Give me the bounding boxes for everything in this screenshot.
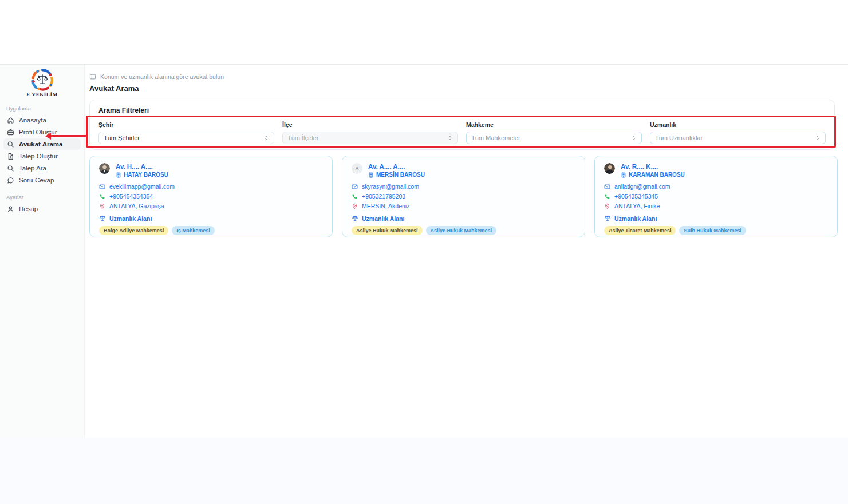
select-value: Tüm Şehirler	[104, 134, 140, 141]
contact-list: evekilimapp@gmail.com +905454354354 ANTA…	[99, 183, 323, 209]
avatar	[99, 163, 110, 174]
location-text: ANTALYA, Gazipaşa	[109, 203, 164, 209]
phone-row[interactable]: +905321795203	[352, 193, 575, 200]
sidebar-item-avukat-arama[interactable]: Avukat Arama	[3, 138, 81, 150]
contact-list: anilatlgn@gmail.com +905435345345 ANTALY…	[604, 183, 828, 209]
filter-title: Arama Filtreleri	[98, 106, 826, 114]
sidebar-section-ayarlar: Ayarlar	[6, 194, 84, 200]
mail-icon	[99, 184, 105, 190]
scales-icon	[604, 215, 611, 222]
logo-text: E VEKİLİM	[26, 92, 58, 97]
card-header: A Av. A.... A.... MERSİN BAROSU	[352, 163, 575, 178]
filter-field-ilce: İlçe Tüm İlçeler	[282, 121, 458, 144]
pin-icon	[604, 203, 610, 209]
phone-row[interactable]: +905435345345	[604, 193, 828, 200]
specialty-tag: Sulh Hukuk Mahkemesi	[679, 226, 746, 235]
lawyer-bar-label: KARAMAN BAROSU	[629, 172, 685, 178]
email-row[interactable]: anilatlgn@gmail.com	[604, 183, 828, 190]
specialty-title: Uzmanlık Alanı	[109, 215, 152, 222]
phone-row[interactable]: +905454354354	[99, 193, 323, 200]
uzmanlik-select[interactable]: Tüm Uzmanlıklar	[650, 132, 826, 144]
location-row[interactable]: MERSİN, Akdeniz	[352, 203, 575, 209]
phone-text: +905454354354	[109, 193, 153, 200]
field-label: İlçe	[282, 121, 458, 128]
email-row[interactable]: evekilimapp@gmail.com	[99, 183, 323, 190]
sidebar-item-hesap[interactable]: Hesap	[3, 203, 81, 215]
email-row[interactable]: skyrasyn@gmail.com	[352, 183, 575, 190]
lawyer-name: Av. A.... A....	[368, 163, 425, 170]
lawyer-bar: HATAY BAROSU	[116, 172, 168, 178]
sidebar-item-soru-cevap[interactable]: Soru-Cevap	[3, 174, 81, 186]
field-label: Mahkeme	[466, 121, 642, 128]
specialty-title: Uzmanlık Alanı	[362, 215, 404, 222]
specialty-header: Uzmanlık Alanı	[604, 215, 828, 222]
filter-grid: Şehir Tüm Şehirler İlçe Tüm İlçeler	[98, 121, 826, 144]
building-icon	[621, 172, 626, 178]
filter-card: Arama Filtreleri Şehir Tüm Şehirler İlçe…	[89, 100, 835, 150]
location-text: ANTALYA, Finike	[614, 203, 660, 209]
phone-text: +905435345345	[614, 193, 658, 200]
specialty-tags: Asliye Hukuk Mahkemesi Asliye Hukuk Mahk…	[352, 226, 575, 235]
lawyer-name: Av. R.... K....	[621, 163, 685, 170]
pin-icon	[352, 203, 358, 209]
email-text: evekilimapp@gmail.com	[109, 183, 175, 190]
document-icon	[7, 153, 14, 160]
spinner-icon	[447, 135, 453, 141]
building-icon	[368, 172, 374, 178]
ilce-select[interactable]: Tüm İlçeler	[282, 132, 458, 144]
location-row[interactable]: ANTALYA, Finike	[604, 203, 828, 209]
contact-list: skyrasyn@gmail.com +905321795203 MERSİN,…	[352, 183, 575, 209]
scales-icon	[352, 215, 358, 222]
chat-icon	[7, 177, 14, 184]
search-icon	[7, 165, 14, 172]
lawyer-card[interactable]: A Av. A.... A.... MERSİN BAROSU	[342, 156, 585, 237]
filter-field-uzmanlik: Uzmanlık Tüm Uzmanlıklar	[650, 121, 826, 144]
spinner-icon	[631, 135, 637, 141]
sehir-select[interactable]: Tüm Şehirler	[98, 132, 274, 144]
mahkeme-select[interactable]: Tüm Mahkemeler	[466, 132, 642, 144]
page-subtitle-row: Konum ve uzmanlık alanına göre avukat bu…	[89, 73, 848, 80]
sidebar-section-uygulama: Uygulama	[6, 105, 84, 112]
lawyer-card[interactable]: Av. H.... A.... HATAY BAROSU	[89, 156, 333, 237]
select-value: Tüm İlçeler	[287, 134, 318, 141]
lawyer-bar-label: MERSİN BAROSU	[376, 172, 425, 178]
sidebar-item-label: Avukat Arama	[19, 141, 63, 148]
specialty-tag: Asliye Hukuk Mahkemesi	[352, 226, 423, 235]
sidebar-item-talep-ara[interactable]: Talep Ara	[3, 162, 81, 174]
user-icon	[7, 205, 14, 213]
location-text: MERSİN, Akdeniz	[362, 203, 409, 209]
lawyer-card[interactable]: Av. R.... K.... KARAMAN BAROSU	[594, 156, 838, 237]
sidebar-item-anasayfa[interactable]: Anasayfa	[3, 114, 81, 126]
email-text: skyrasyn@gmail.com	[362, 183, 419, 190]
page-title: Avukat Arama	[89, 84, 848, 93]
lawyer-bar: KARAMAN BAROSU	[621, 172, 685, 178]
search-icon	[7, 141, 14, 148]
logo-icon	[31, 68, 54, 91]
card-header: Av. R.... K.... KARAMAN BAROSU	[604, 163, 828, 178]
spinner-icon	[815, 135, 821, 141]
sidebar-item-label: Profil Oluştur	[19, 129, 57, 136]
sidebar: E VEKİLİM Uygulama Anasayfa Profil Oluşt…	[0, 65, 85, 438]
pin-icon	[99, 203, 105, 209]
location-row[interactable]: ANTALYA, Gazipaşa	[99, 203, 323, 209]
field-label: Uzmanlık	[650, 121, 826, 128]
page-subtitle: Konum ve uzmanlık alanına göre avukat bu…	[100, 73, 224, 80]
sidebar-item-label: Talep Ara	[19, 165, 46, 172]
field-label: Şehir	[98, 121, 274, 128]
sidebar-item-talep-olustur[interactable]: Talep Oluştur	[3, 150, 81, 162]
phone-text: +905321795203	[362, 193, 405, 200]
specialty-tag: İş Mahkemesi	[172, 226, 215, 235]
sidebar-item-profil-olustur[interactable]: Profil Oluştur	[3, 126, 81, 138]
scales-icon	[99, 215, 106, 222]
app-logo: E VEKİLİM	[0, 65, 84, 97]
specialty-tag: Bölge Adliye Mahkemesi	[99, 226, 168, 235]
specialty-tag: Asliye Ticaret Mahkemesi	[604, 226, 676, 235]
sidebar-toggle-icon[interactable]	[89, 73, 96, 80]
home-icon	[7, 117, 14, 124]
lawyer-bar-label: HATAY BAROSU	[124, 172, 168, 178]
avatar	[604, 163, 615, 174]
sidebar-item-label: Talep Oluştur	[19, 153, 58, 160]
specialty-header: Uzmanlık Alanı	[99, 215, 323, 222]
phone-icon	[604, 193, 610, 200]
sidebar-item-label: Hesap	[19, 205, 38, 212]
